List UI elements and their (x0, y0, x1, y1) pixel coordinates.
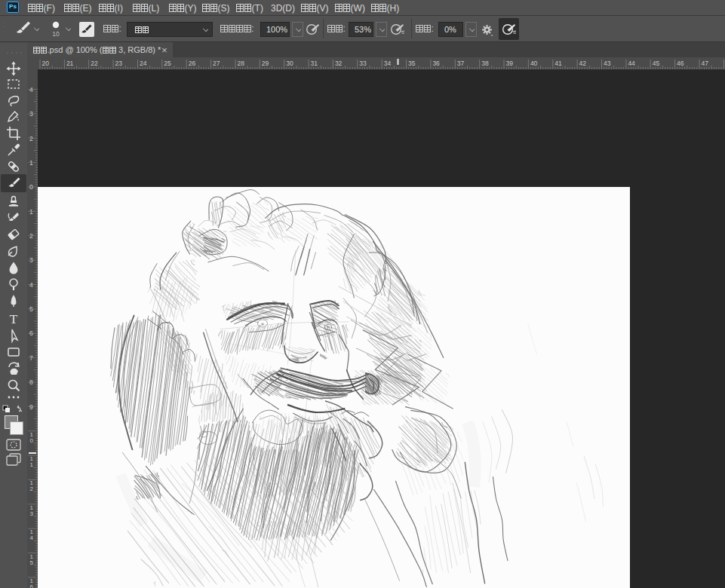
svg-text:20: 20 (42, 60, 50, 67)
svg-text:2: 2 (29, 135, 33, 142)
svg-text:4: 4 (29, 86, 33, 93)
svg-text:42: 42 (579, 60, 587, 67)
svg-text:41: 41 (555, 60, 562, 67)
svg-text:44: 44 (628, 60, 635, 67)
svg-text:28: 28 (238, 60, 245, 67)
svg-text:1: 1 (29, 208, 33, 216)
svg-text:1: 1 (30, 461, 34, 468)
svg-text:3: 3 (29, 110, 33, 118)
svg-text:4: 4 (29, 281, 33, 289)
svg-text:2: 2 (29, 232, 33, 240)
svg-text:23: 23 (115, 60, 123, 67)
svg-text:27: 27 (213, 60, 220, 67)
svg-text:1: 1 (29, 159, 33, 167)
svg-text:39: 39 (506, 60, 514, 67)
svg-text:30: 30 (286, 60, 293, 67)
svg-text:37: 37 (457, 60, 465, 67)
svg-text:5: 5 (29, 305, 33, 313)
svg-text:22: 22 (91, 60, 98, 67)
svg-text:29: 29 (262, 60, 269, 67)
svg-text:35: 35 (408, 60, 416, 67)
svg-text:6: 6 (30, 583, 34, 588)
svg-text:0: 0 (30, 437, 34, 444)
svg-text:0: 0 (29, 183, 33, 191)
svg-text:38: 38 (481, 60, 489, 67)
svg-text:33: 33 (359, 60, 367, 67)
svg-text:T: T (10, 312, 18, 326)
svg-text:32: 32 (335, 60, 343, 67)
svg-text:7: 7 (29, 354, 33, 362)
svg-text:43: 43 (604, 60, 611, 67)
svg-text:5: 5 (30, 559, 34, 566)
svg-text:3: 3 (30, 510, 34, 517)
svg-text:36: 36 (432, 60, 440, 67)
svg-text:9: 9 (29, 403, 33, 411)
svg-text:26: 26 (189, 60, 196, 67)
svg-text:40: 40 (530, 60, 538, 67)
svg-text:25: 25 (164, 60, 171, 67)
svg-text:46: 46 (677, 60, 684, 67)
svg-text:31: 31 (311, 60, 318, 67)
svg-text:2: 2 (30, 485, 34, 492)
svg-text:24: 24 (140, 60, 147, 67)
svg-text:6: 6 (29, 329, 33, 337)
svg-text:3: 3 (29, 256, 33, 264)
svg-text:45: 45 (653, 60, 660, 67)
svg-text:8: 8 (29, 378, 33, 386)
svg-text:4: 4 (30, 534, 34, 541)
svg-text:34: 34 (384, 60, 392, 67)
svg-text:21: 21 (66, 60, 74, 67)
svg-text:47: 47 (702, 60, 709, 67)
